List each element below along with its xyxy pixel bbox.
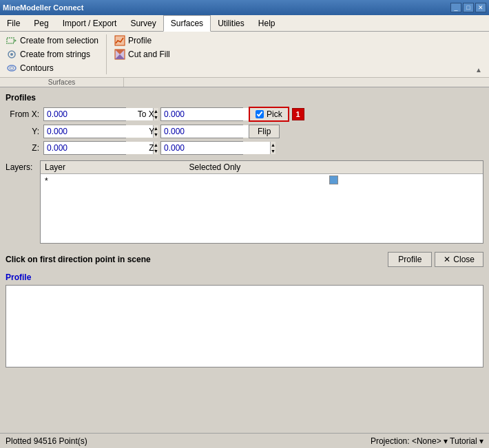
to-z-label: Z: [133, 143, 160, 153]
svg-point-5 [10, 67, 14, 70]
svg-point-3 [10, 53, 13, 56]
to-x-label: To X: [133, 109, 160, 119]
to-z-up[interactable]: ▲ [271, 142, 275, 148]
from-x-spinbox[interactable]: ▲ ▼ [43, 107, 126, 121]
status-instruction: Click on first direction point in scene [6, 255, 151, 264]
to-x-spinbox[interactable]: ▲ ▼ [160, 107, 243, 121]
collapse-toolbar-btn[interactable]: ▲ [475, 65, 482, 74]
toolbar-contours-label: Contours [20, 63, 54, 73]
selected-only-cell[interactable] [185, 174, 483, 189]
maximize-button[interactable]: □ [463, 3, 474, 12]
menu-utilities[interactable]: Utilities [211, 15, 251, 31]
to-y-spinbox[interactable]: ▲ ▼ [160, 125, 243, 138]
to-z-down[interactable]: ▼ [271, 148, 275, 154]
status-bar: Plotted 94516 Point(s) Projection: <None… [0, 433, 489, 448]
menu-import-export[interactable]: Import / Export [56, 15, 124, 31]
menu-peg[interactable]: Peg [27, 15, 55, 31]
action-buttons: Profile ✕ Close [388, 252, 483, 267]
action-row: Click on first direction point in scene … [6, 249, 483, 270]
layers-section: Layers: Layer Selected Only * [6, 160, 483, 244]
pick-button[interactable]: Pick [249, 107, 289, 122]
profile-area-label: Profile [6, 273, 483, 282]
svg-point-4 [8, 65, 16, 71]
toolbar-create-strings[interactable]: Create from strings [4, 48, 101, 61]
pick-checkbox[interactable] [256, 110, 264, 118]
profile-display-area: Profile [6, 273, 483, 367]
status-right[interactable]: Projection: <None> ▾ Tutorial ▾ [371, 436, 483, 446]
toolbar-section-label: Surfaces [0, 78, 124, 87]
profile-action-button[interactable]: Profile [388, 252, 432, 267]
toolbar-contours[interactable]: Contours [4, 62, 101, 74]
profile-toolbar-icon [114, 35, 125, 46]
toolbar-cut-fill-label: Cut and Fill [128, 50, 170, 59]
cut-fill-icon [114, 49, 125, 60]
layers-table: Layer Selected Only * [41, 161, 483, 243]
profiles-heading: Profiles [6, 93, 483, 103]
profiles-section: Profiles From X: ▲ ▼ To X: ▲ ▼ [6, 93, 483, 155]
close-button[interactable]: ✕ Close [435, 252, 483, 267]
toolbar-create-selection-label: Create from selection [20, 36, 98, 45]
to-z-input[interactable] [161, 142, 270, 154]
svg-rect-6 [115, 36, 125, 45]
status-left: Plotted 94516 Point(s) [6, 436, 87, 446]
title-bar: MineModeller Connect _ □ ✕ [0, 0, 489, 15]
table-row[interactable]: * [41, 174, 483, 189]
to-z-spinbox[interactable]: ▲ ▼ [160, 141, 243, 155]
from-y-label: Y: [6, 127, 43, 136]
menu-surfaces[interactable]: Surfaces [163, 15, 211, 32]
pick-number-badge: 1 [292, 108, 304, 120]
from-z-label: Z: [6, 143, 43, 153]
app-title: MineModeller Connect [3, 3, 83, 12]
close-icon: ✕ [444, 255, 450, 264]
close-window-button[interactable]: ✕ [475, 3, 486, 12]
col-layer: Layer [41, 161, 185, 174]
toolbar-profile[interactable]: Profile [112, 34, 172, 47]
profile-canvas [6, 285, 483, 367]
selected-only-checkbox[interactable] [329, 175, 338, 184]
layers-table-wrapper: Layer Selected Only * [40, 160, 483, 244]
col-selected-only: Selected Only [185, 161, 483, 174]
svg-rect-0 [7, 38, 14, 43]
flip-button[interactable]: Flip [249, 125, 280, 138]
toolbar-panel: Create from selection Create from string… [0, 32, 489, 87]
minimize-button[interactable]: _ [450, 3, 461, 12]
from-x-label: From X: [6, 109, 43, 119]
from-y-spinbox[interactable]: ▲ ▼ [43, 125, 126, 138]
create-selection-icon [6, 35, 17, 46]
menu-bar: File Peg Import / Export Survey Surfaces… [0, 15, 489, 32]
toolbar-create-strings-label: Create from strings [20, 50, 90, 59]
menu-file[interactable]: File [0, 15, 27, 31]
toolbar-create-selection[interactable]: Create from selection [4, 34, 101, 47]
menu-help[interactable]: Help [251, 15, 282, 31]
layer-name-cell: * [41, 174, 185, 189]
layers-label: Layers: [6, 160, 40, 172]
toolbar-cut-fill[interactable]: Cut and Fill [112, 48, 172, 61]
menu-survey[interactable]: Survey [123, 15, 163, 31]
contours-icon [6, 63, 17, 74]
to-y-label: Y: [133, 127, 160, 136]
svg-marker-1 [14, 39, 17, 42]
toolbar-profile-label: Profile [128, 36, 152, 45]
create-strings-icon [6, 49, 17, 60]
window-controls: _ □ ✕ [450, 3, 486, 12]
main-content: Profiles From X: ▲ ▼ To X: ▲ ▼ [0, 87, 489, 373]
from-z-spinbox[interactable]: ▲ ▼ [43, 141, 126, 155]
